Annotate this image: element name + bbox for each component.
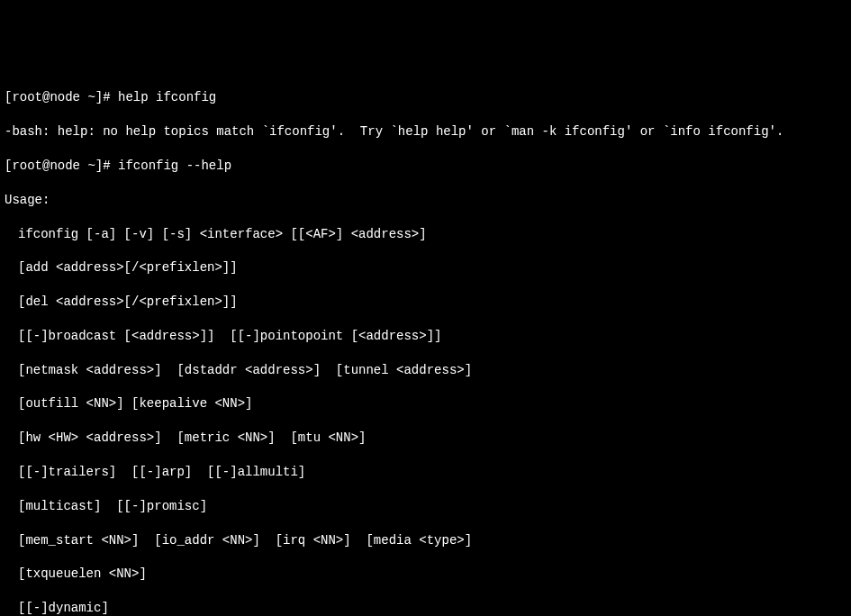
error-message: -bash: help: no help topics match `ifcon… <box>5 123 846 140</box>
shell-prompt: [root@node ~]# <box>5 159 118 173</box>
shell-prompt: [root@node ~]# <box>5 90 118 104</box>
prompt-line-1: [root@node ~]# help ifconfig <box>5 89 846 106</box>
usage-line: [txqueuelen <NN>] <box>5 566 846 583</box>
command-text: ifconfig --help <box>118 159 231 173</box>
usage-line: [hw <HW> <address>] [metric <NN>] [mtu <… <box>5 430 846 447</box>
usage-line: [add <address>[/<prefixlen>]] <box>5 259 846 276</box>
usage-line: [netmask <address>] [dstaddr <address>] … <box>5 362 846 379</box>
usage-line: [multicast] [[-]promisc] <box>5 498 846 515</box>
command-text: help ifconfig <box>118 90 216 104</box>
usage-line: [[-]broadcast [<address>]] [[-]pointopoi… <box>5 328 846 345</box>
usage-line: [mem_start <NN>] [io_addr <NN>] [irq <NN… <box>5 532 846 549</box>
terminal-output: [root@node ~]# help ifconfig -bash: help… <box>5 73 846 616</box>
usage-line: ifconfig [-a] [-v] [-s] <interface> [[<A… <box>5 226 846 243</box>
usage-line: [[-]dynamic] <box>5 600 846 616</box>
usage-line: [[-]trailers] [[-]arp] [[-]allmulti] <box>5 464 846 481</box>
prompt-line-2: [root@node ~]# ifconfig --help <box>5 158 846 175</box>
usage-line: [del <address>[/<prefixlen>]] <box>5 294 846 311</box>
usage-header: Usage: <box>5 192 846 209</box>
usage-line: [outfill <NN>] [keepalive <NN>] <box>5 395 846 412</box>
